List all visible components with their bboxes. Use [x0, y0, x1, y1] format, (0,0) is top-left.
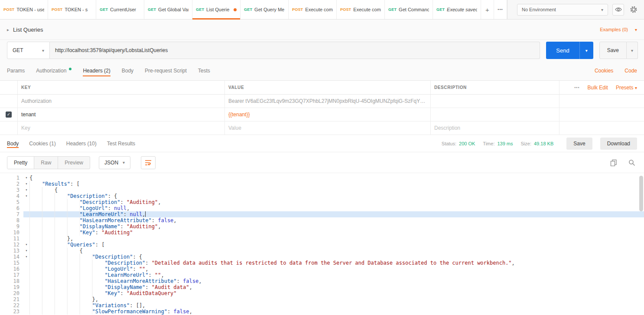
save-request-button[interactable]: Save: [599, 42, 627, 59]
tab-overflow-button[interactable]: •••: [494, 0, 507, 19]
fold-arrow-icon[interactable]: ▾: [26, 194, 28, 198]
response-tab-body[interactable]: Body: [7, 135, 19, 152]
request-tab-list-querie[interactable]: GETList Querie: [192, 0, 241, 19]
header-key-field[interactable]: Authorization: [17, 95, 224, 108]
send-button[interactable]: Send: [546, 42, 579, 59]
code-line-12[interactable]: 12▾ "Queries": [: [0, 242, 644, 248]
code-line-16[interactable]: 16 "LogoUrl": "",: [0, 266, 644, 272]
scrollbar-track[interactable]: [639, 176, 643, 312]
url-input[interactable]: [50, 42, 540, 59]
code-line-5[interactable]: 5 "Description": "Auditing",: [0, 199, 644, 205]
send-options-button[interactable]: ▾: [579, 42, 593, 59]
header-key-field[interactable]: tenant: [17, 108, 224, 121]
code-text[interactable]: "LearnMoreUrl": "",: [29, 272, 644, 278]
request-tab-token-s[interactable]: POSTTOKEN - s: [48, 0, 96, 19]
code-text[interactable]: "LearnMoreUrl": null,: [29, 211, 644, 217]
header-description-field[interactable]: [430, 108, 559, 121]
code-line-2[interactable]: 2▾ "Results": [: [0, 181, 644, 187]
method-selector[interactable]: GET ▾: [7, 42, 50, 59]
tab-headers-2[interactable]: Headers (2): [83, 61, 110, 80]
request-tab-get-query-me[interactable]: GETGet Query Me: [241, 0, 289, 19]
save-options-button[interactable]: ▾: [627, 42, 638, 59]
header-description-field[interactable]: [430, 95, 559, 108]
code-text[interactable]: },: [29, 236, 644, 242]
code-text[interactable]: "DisplayName": "Audit data",: [29, 284, 644, 290]
settings-gear-button[interactable]: [628, 4, 639, 16]
collapse-caret-icon[interactable]: ▸: [7, 27, 9, 32]
fold-arrow-icon[interactable]: ▾: [26, 255, 28, 259]
save-response-button[interactable]: Save: [566, 138, 592, 150]
bulk-edit-link[interactable]: Bulk Edit: [588, 85, 608, 91]
code-line-3[interactable]: 3▾ {: [0, 187, 644, 193]
search-icon[interactable]: [628, 159, 635, 166]
more-options-icon[interactable]: •••: [574, 85, 579, 90]
header-key-field[interactable]: Key: [17, 121, 224, 135]
code-text[interactable]: "Results": [: [29, 181, 644, 187]
code-line-9[interactable]: 9 "DisplayName": "Auditing",: [0, 223, 644, 230]
code-line-22[interactable]: 22 "Variations": [],: [0, 302, 644, 308]
wrap-text-button[interactable]: [141, 156, 156, 169]
code-text[interactable]: "Description": {: [29, 193, 644, 199]
code-text[interactable]: "Variations": [],: [29, 302, 644, 308]
header-enabled-checkbox[interactable]: ✓: [6, 112, 12, 118]
code-text[interactable]: {: [29, 248, 644, 254]
fold-arrow-icon[interactable]: ▾: [26, 249, 28, 253]
request-tab-get-global-var[interactable]: GETGet Global Var: [144, 0, 192, 19]
code-line-20[interactable]: 20 "Key": "AuditDataQuery": [0, 290, 644, 296]
response-body-viewer[interactable]: 1▾{2▾ "Results": [3▾ {4▾ "Description": …: [0, 173, 644, 315]
code-line-13[interactable]: 13▾ {: [0, 248, 644, 254]
view-mode-raw[interactable]: Raw: [34, 157, 58, 169]
code-line-6[interactable]: 6 "LogoUrl": null,: [0, 205, 644, 211]
request-tab-get-commanc[interactable]: GETGet Commanc: [385, 0, 433, 19]
fold-arrow-icon[interactable]: ▾: [26, 188, 28, 192]
code-line-11[interactable]: 11 },: [0, 236, 644, 242]
scrollbar-thumb[interactable]: [639, 176, 643, 211]
format-selector[interactable]: JSON ▾: [99, 156, 130, 169]
view-mode-preview[interactable]: Preview: [58, 157, 90, 169]
code-text[interactable]: "HasLearnMoreAttribute": false,: [29, 217, 644, 223]
tab-params[interactable]: Params: [7, 61, 25, 80]
code-text[interactable]: "HasLearnMoreAttribute": false,: [29, 278, 644, 284]
request-tab-token-user[interactable]: POSTTOKEN - user: [0, 0, 48, 19]
code-text[interactable]: "Description": "Auditing",: [29, 199, 644, 205]
cookies-link[interactable]: Cookies: [595, 68, 613, 74]
code-text[interactable]: "LogoUrl": null,: [29, 205, 644, 211]
tab-pre-request-script[interactable]: Pre-request Script: [145, 61, 187, 80]
code-text[interactable]: "Queries": [: [29, 242, 644, 248]
code-link[interactable]: Code: [624, 68, 637, 74]
tab-body[interactable]: Body: [122, 61, 133, 80]
code-text[interactable]: "DisplayName": "Auditing",: [29, 223, 644, 230]
code-text[interactable]: {: [29, 175, 644, 181]
fold-arrow-icon[interactable]: ▾: [26, 182, 28, 186]
code-text[interactable]: "Description": "Detailed data audits tha…: [29, 260, 644, 266]
header-value-field[interactable]: Value: [224, 121, 430, 135]
code-text[interactable]: {: [29, 187, 644, 193]
code-line-4[interactable]: 4▾ "Description": {: [0, 193, 644, 199]
code-line-21[interactable]: 21 },: [0, 296, 644, 302]
tab-tests[interactable]: Tests: [198, 61, 210, 80]
fold-arrow-icon[interactable]: ▾: [26, 176, 28, 180]
header-value-field[interactable]: Bearer tV6aEGc23fLqv9m23GQ7XPhbL27jMN0px…: [224, 95, 430, 108]
code-line-7[interactable]: 7 "LearnMoreUrl": null,: [0, 211, 644, 217]
code-line-8[interactable]: 8 "HasLearnMoreAttribute": false,: [0, 217, 644, 223]
request-tab-execute-saved[interactable]: GETExecute saved: [433, 0, 481, 19]
tab-authorization[interactable]: Authorization: [36, 61, 72, 80]
copy-icon[interactable]: [610, 159, 617, 166]
fold-arrow-icon[interactable]: ▾: [26, 243, 28, 246]
response-tab-cookies-1[interactable]: Cookies (1): [29, 135, 55, 152]
download-response-button[interactable]: Download: [600, 138, 637, 150]
request-tab-execute-com[interactable]: POSTExecute com: [337, 0, 385, 19]
environment-selector[interactable]: No Environment ▾: [517, 4, 608, 16]
code-line-17[interactable]: 17 "LearnMoreUrl": "",: [0, 272, 644, 278]
code-line-23[interactable]: 23 "SlowPerformanceWarning": false,: [0, 308, 644, 315]
request-tab-execute-com[interactable]: POSTExecute com: [289, 0, 337, 19]
code-line-14[interactable]: 14▾ "Description": {: [0, 254, 644, 260]
code-line-15[interactable]: 15 "Description": "Detailed data audits …: [0, 260, 644, 266]
environment-quick-look-button[interactable]: [612, 4, 624, 16]
presets-dropdown[interactable]: Presets ▾: [616, 85, 637, 91]
view-mode-pretty[interactable]: Pretty: [7, 157, 34, 169]
code-text[interactable]: "Key": "Auditing": [29, 230, 644, 236]
examples-dropdown[interactable]: Examples (0) ▾: [600, 27, 637, 32]
code-text[interactable]: "LogoUrl": "",: [29, 266, 644, 272]
code-text[interactable]: "SlowPerformanceWarning": false,: [29, 308, 644, 315]
